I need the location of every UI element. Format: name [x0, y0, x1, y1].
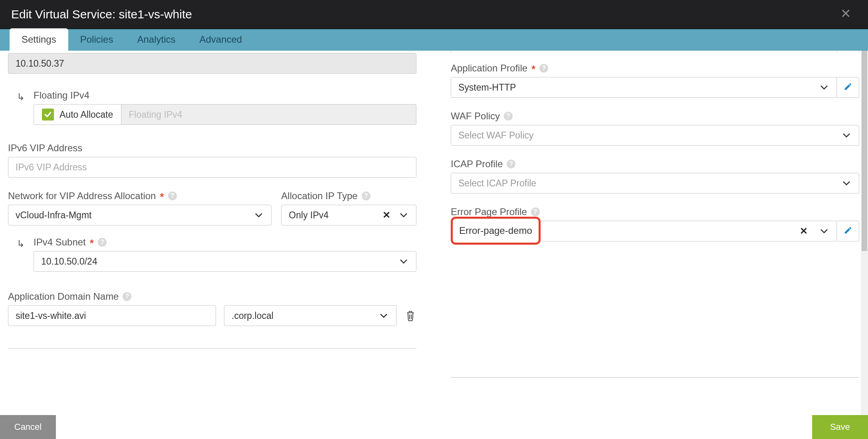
dialog-titlebar: Edit Virtual Service: site1-vs-white ✕	[0, 0, 868, 29]
alloc-type-select[interactable]: Only IPv4 ✕	[281, 205, 416, 225]
close-icon: ✕	[840, 6, 851, 21]
help-icon[interactable]: ?	[531, 208, 540, 216]
floating-ipv4-placeholder: Floating IPv4	[129, 109, 182, 120]
chevron-down-icon	[379, 310, 389, 321]
pencil-icon	[844, 82, 852, 93]
required-asterisk: *	[531, 67, 535, 71]
tab-policies-label: Policies	[80, 34, 113, 45]
app-profile-select[interactable]: System-HTTP	[451, 77, 837, 98]
waf-policy-select[interactable]: Select WAF Policy	[451, 125, 859, 146]
help-icon[interactable]: ?	[98, 238, 107, 247]
checkmark-icon	[42, 109, 54, 121]
tab-advanced[interactable]: Advanced	[187, 28, 254, 51]
save-button[interactable]: Save	[812, 415, 868, 439]
ipv4-vip-value: 10.10.50.37	[16, 58, 64, 69]
right-column: Application Profile* ? System-HTTP WAF P…	[435, 51, 868, 415]
app-profile-label: Application Profile* ?	[451, 63, 859, 74]
network-select-value: vCloud-Infra-Mgmt	[16, 210, 254, 221]
help-icon[interactable]: ?	[168, 192, 177, 200]
required-asterisk: *	[160, 195, 164, 199]
footer-gap	[56, 415, 812, 439]
ipv6-vip-label-text: IPv6 VIP Address	[8, 142, 82, 154]
icap-profile-select[interactable]: Select ICAP Profile	[451, 173, 859, 194]
chevron-down-icon	[819, 226, 829, 236]
ipv4-vip-input[interactable]: 10.10.50.37	[8, 53, 416, 74]
cancel-button-label: Cancel	[14, 422, 42, 432]
floating-ipv4-label: Floating IPv4	[34, 90, 416, 101]
floating-ipv4-input-disabled: Floating IPv4	[121, 104, 416, 125]
help-icon[interactable]: ?	[362, 192, 371, 200]
delete-domain-button[interactable]	[404, 310, 416, 322]
help-icon[interactable]: ?	[539, 64, 548, 73]
dialog-title: Edit Virtual Service: site1-vs-white	[11, 8, 192, 21]
waf-policy-label: WAF Policy ?	[451, 111, 859, 122]
chevron-down-icon	[398, 210, 409, 220]
tab-settings-label: Settings	[22, 34, 56, 45]
error-page-profile-label: Error Page Profile ?	[451, 206, 859, 218]
icap-profile-placeholder: Select ICAP Profile	[458, 178, 841, 189]
auto-allocate-toggle[interactable]: Auto Allocate	[34, 104, 121, 125]
cancel-button[interactable]: Cancel	[0, 415, 56, 439]
section-divider	[8, 348, 416, 349]
domain-suffix-value: .corp.local	[232, 310, 379, 321]
clear-icon[interactable]: ✕	[800, 225, 808, 237]
waf-policy-label-text: WAF Policy	[451, 111, 500, 122]
ipv4-subnet-label-text: IPv4 Subnet	[34, 237, 86, 248]
waf-policy-placeholder: Select WAF Policy	[458, 130, 841, 141]
required-asterisk: *	[90, 241, 94, 245]
ipv4-subnet-select[interactable]: 10.10.50.0/24	[34, 251, 416, 272]
network-alloc-label-text: Network for VIP Address Allocation	[8, 190, 156, 202]
tab-analytics[interactable]: Analytics	[125, 28, 187, 51]
tab-analytics-label: Analytics	[137, 34, 175, 45]
help-icon[interactable]: ?	[507, 160, 515, 168]
domain-name-value: site1-vs-white.avi	[16, 310, 86, 321]
clear-icon[interactable]: ✕	[382, 210, 390, 221]
chevron-down-icon	[841, 178, 852, 188]
pencil-icon	[844, 226, 852, 236]
ipv6-vip-label: IPv6 VIP Address	[8, 142, 416, 154]
close-button[interactable]: ✕	[838, 6, 854, 22]
app-profile-label-text: Application Profile	[451, 63, 527, 74]
help-icon[interactable]: ?	[123, 292, 131, 301]
chevron-down-icon	[819, 82, 829, 93]
app-domain-label: Application Domain Name ?	[8, 291, 416, 302]
domain-name-input[interactable]: site1-vs-white.avi	[8, 305, 216, 326]
chevron-down-icon	[398, 256, 409, 267]
tab-settings[interactable]: Settings	[10, 28, 68, 51]
icap-profile-label: ICAP Profile ?	[451, 158, 859, 170]
ipv6-vip-placeholder: IPv6 VIP Address	[16, 162, 87, 173]
save-button-label: Save	[830, 422, 850, 432]
network-alloc-label: Network for VIP Address Allocation * ?	[8, 190, 271, 202]
icap-profile-label-text: ICAP Profile	[451, 158, 503, 170]
error-page-profile-edit-button[interactable]	[837, 221, 859, 241]
auto-allocate-label: Auto Allocate	[59, 109, 113, 120]
tab-policies[interactable]: Policies	[68, 28, 125, 51]
app-profile-value: System-HTTP	[458, 82, 819, 93]
scrollbar-vertical[interactable]	[861, 51, 868, 415]
network-select[interactable]: vCloud-Infra-Mgmt	[8, 205, 271, 225]
app-profile-edit-button[interactable]	[837, 77, 859, 98]
error-page-profile-highlight[interactable]: Error-page-demo	[451, 217, 541, 245]
chevron-down-icon	[841, 130, 852, 140]
left-column: 10.10.50.37 ↳ Floating IPv4 Auto Allocat…	[0, 51, 435, 415]
error-page-profile-label-text: Error Page Profile	[451, 206, 527, 218]
scrollbar-thumb[interactable]	[862, 51, 867, 251]
ipv6-vip-input[interactable]: IPv6 VIP Address	[8, 157, 416, 178]
domain-suffix-select[interactable]: .corp.local	[224, 305, 396, 326]
ipv4-subnet-value: 10.10.50.0/24	[41, 256, 398, 267]
indent-arrow-icon: ↳	[17, 91, 25, 103]
tab-strip: Settings Policies Analytics Advanced	[0, 29, 868, 51]
floating-ipv4-label-text: Floating IPv4	[34, 90, 89, 101]
ipv4-subnet-label: IPv4 Subnet * ?	[34, 237, 416, 248]
tab-advanced-label: Advanced	[199, 34, 242, 45]
app-domain-label-text: Application Domain Name	[8, 291, 119, 302]
content-area: 10.10.50.37 ↳ Floating IPv4 Auto Allocat…	[0, 51, 868, 415]
chevron-down-icon	[254, 210, 264, 220]
indent-arrow-icon: ↳	[17, 238, 25, 249]
alloc-type-label-text: Allocation IP Type	[281, 190, 357, 202]
alloc-type-value: Only IPv4	[289, 210, 382, 221]
error-page-profile-value: Error-page-demo	[459, 225, 532, 236]
help-icon[interactable]: ?	[504, 112, 513, 121]
dialog-footer: Cancel Save	[0, 415, 868, 439]
alloc-type-label: Allocation IP Type ?	[281, 190, 416, 202]
